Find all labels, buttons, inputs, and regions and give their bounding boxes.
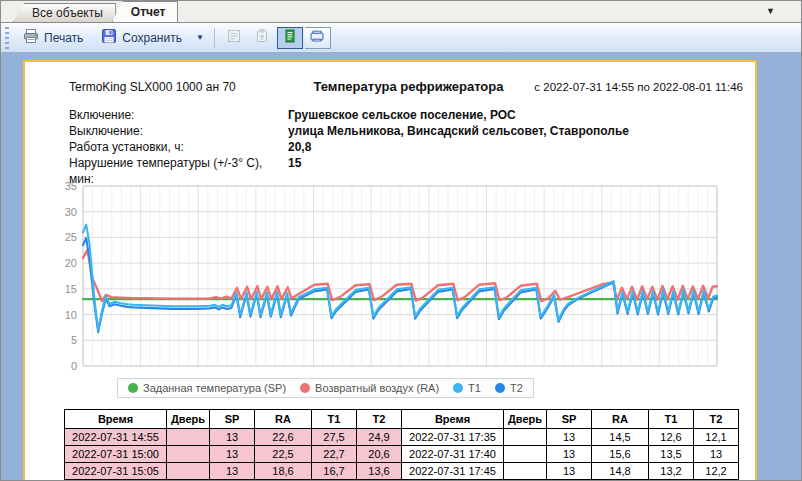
single-page-view-button[interactable] bbox=[277, 27, 303, 49]
printer-icon bbox=[23, 28, 39, 47]
tab-all-objects[interactable]: Все объекты bbox=[13, 3, 116, 22]
table-cell: 13 bbox=[547, 429, 592, 446]
table-cell: 20,6 bbox=[357, 446, 402, 463]
table-cell bbox=[504, 446, 547, 463]
field-label: Выключение: bbox=[69, 123, 288, 139]
table-cell: 16,7 bbox=[312, 463, 357, 480]
save-dropdown-arrow-icon[interactable]: ▼ bbox=[192, 30, 208, 45]
table-cell: 12,6 bbox=[649, 429, 694, 446]
table-header-cell: T1 bbox=[312, 410, 357, 429]
tab-report[interactable]: Отчет bbox=[112, 1, 179, 22]
multi-page-view-icon bbox=[309, 28, 325, 48]
table-cell bbox=[504, 463, 547, 480]
table-row: 2022-07-31 15:001322,522,720,62022-07-31… bbox=[65, 446, 739, 463]
table-cell: 14,5 bbox=[592, 429, 649, 446]
table-cell: 24,9 bbox=[357, 429, 402, 446]
table-cell: 13 bbox=[547, 480, 592, 481]
toolbar-grip[interactable] bbox=[5, 27, 9, 49]
toolbar-separator bbox=[214, 28, 215, 48]
legend-label: Возвратный воздух (RA) bbox=[315, 382, 439, 394]
field-row: Выключение: улица Мельникова, Винсадский… bbox=[69, 123, 755, 139]
ra-legend-dot-icon bbox=[300, 383, 310, 393]
table-header-cell: T1 bbox=[649, 410, 694, 429]
table-cell: 13 bbox=[210, 463, 255, 480]
legend-label: T1 bbox=[468, 382, 481, 394]
svg-text:0: 0 bbox=[71, 360, 77, 372]
help-icon: ? bbox=[254, 28, 270, 48]
table-cell bbox=[504, 480, 547, 481]
table-header-cell: RA bbox=[592, 410, 649, 429]
report-title: Температура рефрижератора bbox=[290, 79, 527, 94]
field-value: 15 bbox=[288, 155, 301, 171]
svg-text:10: 10 bbox=[65, 309, 77, 321]
t1-legend-dot-icon bbox=[453, 383, 463, 393]
table-header-cell: Время bbox=[402, 410, 504, 429]
table-cell: 2022-07-31 17:45 bbox=[402, 463, 504, 480]
table-cell: 13,2 bbox=[649, 463, 694, 480]
table-cell: 13 bbox=[694, 446, 739, 463]
table-header-cell: SP bbox=[210, 410, 255, 429]
table-header-cell: SP bbox=[547, 410, 592, 429]
field-row: Включение: Грушевское сельское поселение… bbox=[69, 107, 755, 123]
help-button[interactable]: ? bbox=[249, 27, 275, 49]
table-cell: 10,3 bbox=[312, 480, 357, 481]
svg-text:5: 5 bbox=[71, 334, 77, 346]
table-cell: 13 bbox=[210, 446, 255, 463]
svg-text:15: 15 bbox=[65, 283, 77, 295]
tab-overflow-chevron-icon[interactable]: ▼ bbox=[766, 6, 775, 16]
legend-item-t2: T2 bbox=[495, 382, 523, 394]
app-window: { "tabs": [ { "label": "Все объекты", "a… bbox=[0, 0, 802, 481]
table-cell bbox=[167, 480, 210, 481]
legend-item-ra: Возвратный воздух (RA) bbox=[300, 382, 439, 394]
print-button[interactable]: Печать bbox=[15, 24, 91, 51]
field-row: Нарушение температуры (+/-3° С), мин: 15 bbox=[69, 155, 755, 171]
table-header-cell: RA bbox=[255, 410, 312, 429]
table-cell: 13,6 bbox=[357, 463, 402, 480]
table-cell: 22,7 bbox=[312, 446, 357, 463]
temperature-chart: 05101520253035 bbox=[53, 180, 721, 373]
field-label: Работа установки, ч: bbox=[69, 139, 288, 155]
report-setup-icon bbox=[226, 28, 242, 48]
table-header-cell: Время bbox=[65, 410, 167, 429]
table-cell: 2022-07-31 15:00 bbox=[65, 446, 167, 463]
svg-text:30: 30 bbox=[65, 206, 77, 218]
legend-item-t1: T1 bbox=[453, 382, 481, 394]
table-cell: 13 bbox=[210, 429, 255, 446]
table-cell: 13 bbox=[547, 463, 592, 480]
toolbar: Печать Сохранить ▼ bbox=[1, 23, 801, 53]
table-row: 2022-07-31 15:051318,616,713,62022-07-31… bbox=[65, 463, 739, 480]
save-button[interactable]: Сохранить bbox=[93, 24, 190, 51]
field-value: Грушевское сельское поселение, РОС bbox=[288, 107, 516, 123]
table-row: 2022-07-31 14:551322,627,524,92022-07-31… bbox=[65, 429, 739, 446]
table-cell: 13 bbox=[547, 446, 592, 463]
table-cell: 10 bbox=[694, 480, 739, 481]
device-name: TermoKing SLX000 1000 ан 70 bbox=[25, 80, 290, 94]
chart-container: 05101520253035 Заданная температура (SP)… bbox=[53, 180, 755, 398]
svg-text:?: ? bbox=[259, 32, 264, 41]
report-viewer[interactable]: TermoKing SLX000 1000 ан 70 Температура … bbox=[1, 54, 801, 480]
tab-strip: Все объекты Отчет ▼ bbox=[1, 1, 801, 23]
legend-label: T2 bbox=[510, 382, 523, 394]
table-cell: 6,6 bbox=[357, 480, 402, 481]
table-cell: 22,6 bbox=[255, 429, 312, 446]
legend-label: Заданная температура (SP) bbox=[143, 382, 286, 394]
field-label: Включение: bbox=[69, 107, 288, 123]
report-setup-button[interactable] bbox=[221, 27, 247, 49]
field-value: 20,8 bbox=[288, 139, 311, 155]
chart-legend: Заданная температура (SP) Возвратный воз… bbox=[117, 378, 534, 398]
table-header-cell: T2 bbox=[357, 410, 402, 429]
table-header-cell: Дверь bbox=[504, 410, 547, 429]
table-cell: 13 bbox=[210, 480, 255, 481]
table-cell: 12,2 bbox=[694, 463, 739, 480]
table-cell bbox=[167, 446, 210, 463]
table-cell: 2022-07-31 15:10 bbox=[65, 480, 167, 481]
table-cell: 2022-07-31 15:05 bbox=[65, 463, 167, 480]
report-header: TermoKing SLX000 1000 ан 70 Температура … bbox=[25, 79, 755, 94]
table-cell bbox=[167, 429, 210, 446]
multi-page-view-button[interactable] bbox=[305, 27, 331, 49]
save-button-label: Сохранить bbox=[122, 31, 182, 45]
svg-text:35: 35 bbox=[65, 180, 77, 192]
table-cell: 22,5 bbox=[255, 446, 312, 463]
table-cell: 12,1 bbox=[694, 429, 739, 446]
table-cell bbox=[167, 463, 210, 480]
